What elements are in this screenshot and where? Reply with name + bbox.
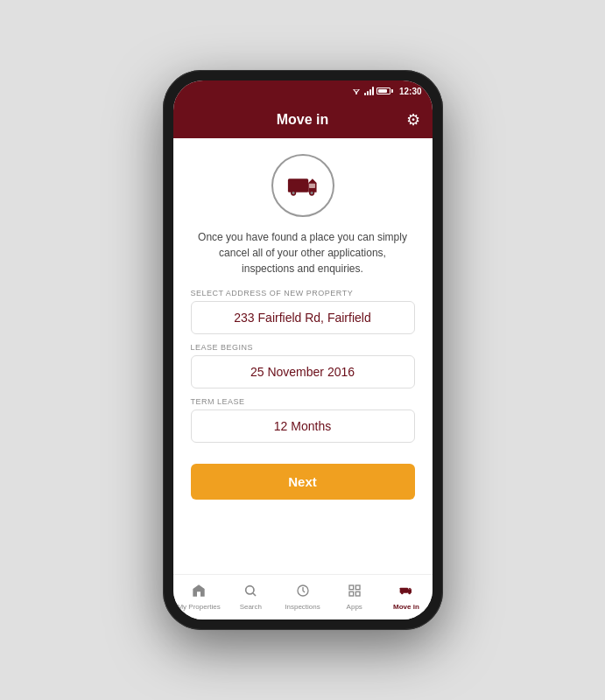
svg-point-17 bbox=[401, 592, 404, 595]
lease-begins-field-group: LEASE BEGINS 25 November 2016 bbox=[191, 343, 415, 388]
nav-move-in[interactable]: Move in bbox=[380, 575, 432, 620]
nav-my-properties[interactable]: My Properties bbox=[173, 575, 225, 620]
signal-icon bbox=[364, 87, 374, 95]
phone-frame: 12:30 Move in ⚙ bbox=[163, 70, 443, 630]
status-bar: 12:30 bbox=[173, 80, 433, 102]
settings-icon[interactable]: ⚙ bbox=[406, 110, 420, 130]
description-text: Once you have found a place you can simp… bbox=[191, 229, 415, 276]
main-content: Once you have found a place you can simp… bbox=[173, 138, 433, 574]
my-properties-icon bbox=[192, 584, 206, 601]
svg-point-2 bbox=[355, 93, 357, 94]
search-label: Search bbox=[240, 603, 262, 611]
svg-rect-13 bbox=[355, 585, 360, 590]
nav-apps[interactable]: Apps bbox=[328, 575, 380, 620]
nav-search[interactable]: Search bbox=[225, 575, 277, 620]
move-in-label: Move in bbox=[393, 603, 419, 611]
truck-icon bbox=[286, 173, 320, 198]
inspections-label: Inspections bbox=[285, 603, 320, 611]
battery-icon bbox=[376, 88, 393, 94]
svg-rect-3 bbox=[287, 178, 307, 192]
phone-screen: 12:30 Move in ⚙ bbox=[173, 80, 433, 620]
wifi-icon bbox=[351, 87, 362, 95]
move-in-icon bbox=[399, 584, 413, 601]
address-field-group: SELECT ADDRESS OF NEW PROPERTY 233 Fairf… bbox=[191, 289, 415, 334]
apps-icon bbox=[348, 584, 362, 601]
term-lease-label: TERM LEASE bbox=[191, 397, 415, 406]
top-bar: Move in ⚙ bbox=[173, 102, 433, 138]
term-lease-value[interactable]: 12 Months bbox=[191, 410, 415, 443]
truck-icon-circle bbox=[271, 154, 334, 217]
address-value[interactable]: 233 Fairfield Rd, Fairfield bbox=[191, 301, 415, 334]
status-time: 12:30 bbox=[399, 87, 422, 96]
search-icon bbox=[243, 584, 257, 601]
apps-label: Apps bbox=[347, 603, 362, 611]
inspections-icon bbox=[296, 584, 310, 601]
svg-rect-16 bbox=[400, 588, 408, 593]
svg-rect-14 bbox=[349, 592, 354, 596]
svg-point-6 bbox=[292, 192, 294, 194]
svg-line-10 bbox=[253, 593, 256, 596]
next-button[interactable]: Next bbox=[191, 464, 415, 500]
bottom-nav: My Properties Search Inspections Apps bbox=[173, 574, 433, 620]
svg-point-18 bbox=[408, 592, 411, 595]
nav-inspections[interactable]: Inspections bbox=[277, 575, 328, 620]
lease-begins-value[interactable]: 25 November 2016 bbox=[191, 355, 415, 388]
page-title: Move in bbox=[277, 112, 329, 128]
svg-rect-12 bbox=[349, 585, 354, 590]
svg-point-9 bbox=[246, 586, 254, 594]
svg-rect-4 bbox=[309, 184, 315, 188]
svg-point-8 bbox=[310, 192, 313, 194]
svg-rect-15 bbox=[355, 592, 360, 596]
lease-begins-label: LEASE BEGINS bbox=[191, 343, 415, 352]
term-lease-field-group: TERM LEASE 12 Months bbox=[191, 397, 415, 443]
my-properties-label: My Properties bbox=[177, 603, 220, 611]
address-label: SELECT ADDRESS OF NEW PROPERTY bbox=[191, 289, 415, 298]
